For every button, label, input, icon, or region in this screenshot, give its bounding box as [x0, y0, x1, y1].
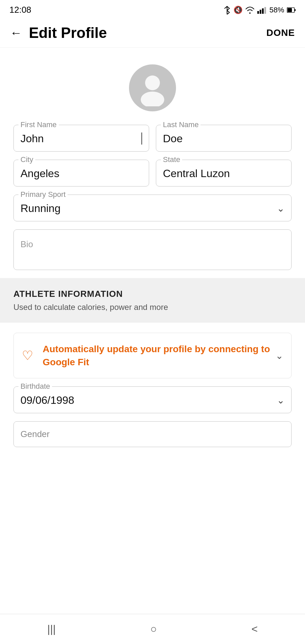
primary-sport-value: Running ⌄ — [20, 201, 285, 216]
birthdate-section: Birthdate 09/06/1998 ⌄ — [0, 386, 305, 413]
status-time: 12:08 — [9, 5, 31, 15]
status-icons: 🔇 58% — [223, 6, 296, 14]
last-name-value: Doe — [163, 131, 285, 146]
birthdate-chevron-icon: ⌄ — [277, 395, 285, 406]
state-field[interactable]: State Central Luzon — [156, 160, 292, 186]
last-name-field[interactable]: Last Name Doe — [156, 125, 292, 152]
gender-label: Gender — [20, 429, 50, 439]
status-bar: 12:08 🔇 58% — [0, 0, 305, 18]
svg-rect-1 — [260, 10, 261, 14]
avatar-section[interactable] — [0, 48, 305, 125]
done-button[interactable]: DONE — [266, 28, 295, 38]
signal-icon — [257, 6, 267, 14]
first-name-label: First Name — [18, 120, 59, 129]
google-fit-banner[interactable]: ♡ Automatically update your profile by c… — [13, 333, 292, 378]
battery-icon — [287, 7, 296, 13]
svg-rect-3 — [264, 7, 266, 14]
google-fit-chevron-icon: ⌄ — [275, 350, 283, 361]
state-label: State — [161, 155, 182, 164]
athlete-information-section: ATHLETE INFORMATION Used to calculate ca… — [0, 278, 305, 323]
birthdate-field[interactable]: Birthdate 09/06/1998 ⌄ — [13, 386, 292, 413]
heart-icon: ♡ — [22, 348, 37, 363]
back-button[interactable]: ← — [10, 27, 22, 39]
mute-icon: 🔇 — [233, 6, 243, 14]
primary-sport-chevron-icon: ⌄ — [277, 203, 285, 214]
city-field[interactable]: City Angeles — [13, 160, 149, 186]
battery-level: 58% — [269, 6, 284, 14]
bio-label: Bio — [20, 239, 33, 249]
google-fit-left: ♡ Automatically update your profile by c… — [22, 342, 275, 369]
primary-sport-label: Primary Sport — [18, 190, 68, 199]
svg-point-8 — [141, 92, 164, 106]
text-cursor — [141, 132, 142, 145]
wifi-icon — [245, 6, 255, 14]
location-row: City Angeles State Central Luzon — [13, 160, 292, 186]
city-label: City — [18, 155, 35, 164]
page-title: Edit Profile — [29, 24, 266, 41]
bottom-nav: ||| ○ < — [0, 614, 305, 644]
content: First Name John Last Name Doe City Angel… — [0, 48, 305, 487]
athlete-section-subtitle: Used to calculate calories, power and mo… — [13, 303, 292, 312]
bluetooth-icon — [223, 6, 231, 14]
avatar-icon — [134, 69, 171, 106]
last-name-label: Last Name — [161, 120, 201, 129]
svg-rect-6 — [295, 9, 296, 11]
first-name-value: John — [20, 131, 142, 146]
header: ← Edit Profile DONE — [0, 18, 305, 48]
first-name-field[interactable]: First Name John — [13, 125, 149, 152]
avatar[interactable] — [129, 64, 176, 111]
nav-home-icon[interactable]: ○ — [150, 623, 157, 635]
athlete-section-title: ATHLETE INFORMATION — [13, 289, 292, 299]
birthdate-label: Birthdate — [18, 382, 52, 391]
nav-back-icon[interactable]: < — [251, 623, 258, 635]
primary-sport-field[interactable]: Primary Sport Running ⌄ — [13, 195, 292, 221]
gender-field[interactable]: Gender — [13, 421, 292, 447]
birthdate-value: 09/06/1998 ⌄ — [20, 393, 285, 408]
svg-rect-2 — [262, 8, 264, 14]
state-value: Central Luzon — [163, 166, 285, 181]
google-fit-text: Automatically update your profile by con… — [43, 342, 275, 369]
form-section: First Name John Last Name Doe City Angel… — [0, 125, 305, 270]
svg-point-7 — [145, 75, 160, 90]
bio-field[interactable]: Bio — [13, 229, 292, 270]
name-row: First Name John Last Name Doe — [13, 125, 292, 152]
svg-rect-0 — [257, 11, 259, 14]
nav-menu-icon[interactable]: ||| — [47, 623, 56, 635]
svg-rect-5 — [288, 8, 292, 12]
city-value: Angeles — [20, 166, 142, 181]
